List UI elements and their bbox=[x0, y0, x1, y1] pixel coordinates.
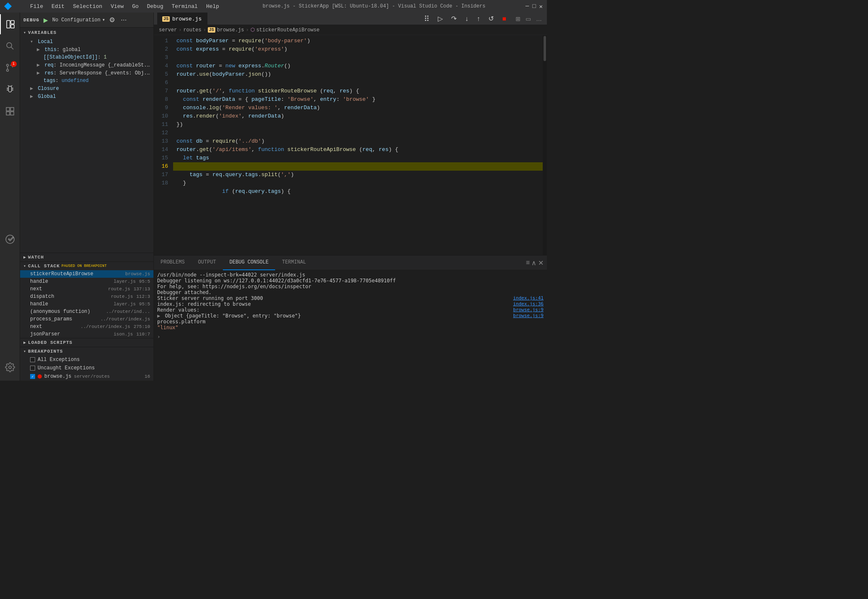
stable-object-id[interactable]: [[StableObjectId]]: 1 bbox=[20, 54, 153, 61]
close-button[interactable]: ✕ bbox=[539, 3, 543, 10]
tab-problems[interactable]: PROBLEMS bbox=[154, 256, 191, 270]
tags-var[interactable]: tags: undefined bbox=[20, 77, 153, 84]
code-line-5: router.use(bodyParser.json()) bbox=[173, 70, 543, 79]
menu-go[interactable]: Go bbox=[129, 3, 142, 10]
debug-config-selector[interactable]: No Configuration ▾ bbox=[52, 17, 105, 23]
link-browse-9a[interactable]: browse.js:9 bbox=[513, 307, 544, 313]
console-line-10: "linux" bbox=[157, 325, 544, 330]
split-editor-button[interactable]: ⊞ bbox=[514, 15, 522, 23]
loaded-scripts-header[interactable]: ▶ LOADED SCRIPTS bbox=[20, 338, 153, 347]
menu-terminal[interactable]: Terminal bbox=[168, 3, 201, 10]
panel-close-button[interactable]: ✕ bbox=[538, 259, 544, 267]
callstack-item-5[interactable]: (anonymous function) ../router/ind... bbox=[20, 308, 153, 315]
closure-group[interactable]: ▶ Closure bbox=[20, 84, 153, 92]
breakpoint-all-exceptions[interactable]: All Exceptions bbox=[20, 356, 153, 364]
debug-step-into-button[interactable]: ↓ bbox=[462, 14, 471, 23]
debug-continue-button[interactable]: ▷ bbox=[435, 14, 445, 23]
global-group[interactable]: ▶ Global bbox=[20, 92, 153, 100]
code-line-13: const db = require('../db') bbox=[173, 137, 543, 146]
menu-help[interactable]: Help bbox=[203, 3, 222, 10]
uncaught-exceptions-checkbox[interactable] bbox=[30, 366, 35, 371]
link-index-36[interactable]: index.js:36 bbox=[513, 301, 544, 307]
breakpoints-items: All Exceptions Uncaught Exceptions ✓ bro… bbox=[20, 356, 153, 381]
loaded-chevron: ▶ bbox=[23, 340, 26, 345]
debug-stop-button[interactable]: ■ bbox=[500, 14, 509, 23]
line-numbers: 1 2 3 4 5 6 7 8 9 10 11 12 13 14 15 16 1 bbox=[154, 35, 173, 255]
console-line-6: index.js: redirecting to browse index.js… bbox=[157, 301, 544, 307]
callstack-item-4[interactable]: handle layer.js95:5 bbox=[20, 300, 153, 308]
local-group[interactable]: ▾ Local bbox=[20, 38, 153, 46]
bc-routes[interactable]: routes bbox=[183, 27, 201, 33]
breakpoint-browse-js[interactable]: ✓ browse.js server/routes 16 bbox=[20, 372, 153, 381]
code-content[interactable]: const bodyParser = require('body-parser'… bbox=[173, 35, 543, 255]
debug-step-out-button[interactable]: ↑ bbox=[474, 14, 483, 23]
prompt-icon: › bbox=[157, 334, 160, 340]
panel-filter-button[interactable]: ≡ bbox=[526, 259, 530, 266]
tab-output[interactable]: OUTPUT bbox=[191, 256, 223, 270]
panel-tabs: PROBLEMS OUTPUT DEBUG CONSOLE TERMINAL ≡… bbox=[154, 256, 547, 270]
panel-scroll-up-button[interactable]: ∧ bbox=[531, 259, 536, 267]
minimize-button[interactable]: ─ bbox=[526, 3, 529, 10]
svg-rect-2 bbox=[11, 25, 14, 28]
breakpoints-section-header[interactable]: ▾ BREAKPOINTS bbox=[20, 347, 153, 356]
variables-section-header[interactable]: ▾ VARIABLES bbox=[20, 28, 153, 38]
watch-section-header[interactable]: ▶ WATCH bbox=[20, 253, 153, 261]
app-icon bbox=[4, 3, 12, 10]
activity-source-control[interactable]: 1 bbox=[0, 58, 20, 78]
debug-console-content[interactable]: /usr/bin/node --inspect-brk=44022 server… bbox=[154, 270, 547, 381]
menu-edit[interactable]: Edit bbox=[48, 3, 68, 10]
debug-restart-button[interactable]: ↺ bbox=[486, 14, 496, 23]
callstack-item-2[interactable]: next route.js137:13 bbox=[20, 285, 153, 293]
console-input[interactable] bbox=[162, 334, 544, 340]
menu-selection[interactable]: Selection bbox=[69, 3, 105, 10]
code-line-18: } bbox=[173, 179, 543, 187]
debug-drag-handle[interactable]: ⠿ bbox=[421, 13, 432, 24]
debug-settings-button[interactable]: ⚙ bbox=[107, 15, 117, 25]
activity-debug[interactable] bbox=[0, 79, 20, 100]
editor-tab-browse-js[interactable]: JS browse.js bbox=[157, 13, 207, 26]
toggle-panel-button[interactable]: ▭ bbox=[524, 15, 533, 23]
this-var[interactable]: ▶ this: global bbox=[20, 46, 153, 54]
code-editor[interactable]: 1 2 3 4 5 6 7 8 9 10 11 12 13 14 15 16 1 bbox=[154, 35, 547, 255]
bc-server[interactable]: server bbox=[159, 27, 177, 33]
bc-filename[interactable]: browse.js bbox=[217, 27, 244, 33]
bc-function[interactable]: stickerRouteApiBrowse bbox=[256, 27, 319, 33]
callstack-item-0[interactable]: stickerRouteApiBrowse browse.js bbox=[20, 270, 153, 278]
callstack-item-1[interactable]: handle layer.js95:5 bbox=[20, 278, 153, 285]
watch-label: WATCH bbox=[28, 255, 44, 260]
callstack-item-7[interactable]: next ../router/index.js275:10 bbox=[20, 323, 153, 330]
maximize-button[interactable]: □ bbox=[532, 3, 536, 10]
breadcrumb: server › routes › JS browse.js › ⬡ stick… bbox=[154, 25, 547, 35]
callstack-item-8[interactable]: jsonParser ison.js110:7 bbox=[20, 330, 153, 338]
editor-scrollbar[interactable] bbox=[543, 35, 547, 255]
activity-explorer[interactable] bbox=[0, 14, 20, 34]
menu-view[interactable]: View bbox=[107, 3, 127, 10]
debug-more-button[interactable]: ⋯ bbox=[119, 16, 128, 24]
link-browse-9b[interactable]: browse.js:9 bbox=[513, 313, 544, 319]
callstack-item-3[interactable]: dispatch route.js112:3 bbox=[20, 293, 153, 300]
debug-toolbar: DEBUG ▶ No Configuration ▾ ⚙ ⋯ bbox=[20, 13, 153, 28]
activity-remote[interactable] bbox=[0, 229, 20, 249]
callstack-item-6[interactable]: process_params ../router/index.js bbox=[20, 315, 153, 323]
browse-js-checkbox[interactable]: ✓ bbox=[30, 374, 35, 379]
debug-step-over-button[interactable]: ↷ bbox=[449, 14, 459, 23]
link-index-41[interactable]: index.js:41 bbox=[513, 295, 544, 301]
res-var[interactable]: ▶ res: ServerResponse {_events: Obj... bbox=[20, 69, 153, 77]
all-exceptions-checkbox[interactable] bbox=[30, 357, 35, 362]
menu-debug[interactable]: Debug bbox=[143, 3, 166, 10]
debug-play-button[interactable]: ▶ bbox=[42, 16, 50, 24]
activity-bar: 1 bbox=[0, 13, 20, 381]
activity-settings[interactable] bbox=[0, 357, 20, 377]
tab-debug-console[interactable]: DEBUG CONSOLE bbox=[223, 256, 276, 270]
svg-rect-1 bbox=[11, 20, 14, 24]
activity-extensions[interactable] bbox=[0, 101, 20, 121]
code-line-7: router.get('/', function stickerRouteBro… bbox=[173, 87, 543, 95]
callstack-section-header[interactable]: ▾ CALL STACK PAUSED ON BREAKPOINT bbox=[20, 261, 153, 270]
more-actions-button[interactable]: … bbox=[534, 15, 544, 23]
breakpoint-uncaught-exceptions[interactable]: Uncaught Exceptions bbox=[20, 364, 153, 372]
menu-file[interactable]: File bbox=[27, 3, 46, 10]
req-var[interactable]: ▶ req: IncomingMessage {_readableSt... bbox=[20, 61, 153, 69]
scrollbar-thumb[interactable] bbox=[544, 36, 546, 61]
tab-terminal[interactable]: TERMINAL bbox=[275, 256, 313, 270]
activity-search[interactable] bbox=[0, 36, 20, 56]
